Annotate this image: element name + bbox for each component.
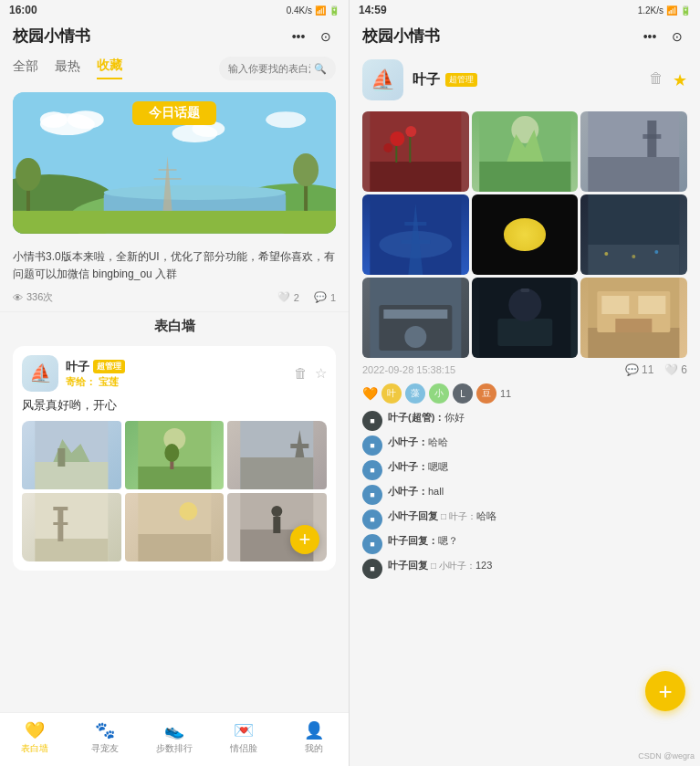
photo-grid-left: + <box>22 421 327 561</box>
search-bar[interactable]: 🔍 <box>219 57 336 80</box>
status-icons-right: 1.2K/s 📶 🔋 <box>638 5 691 16</box>
profile-actions: 🗑 ★ <box>649 70 687 90</box>
watermark: CSDN @wegra <box>638 751 695 761</box>
svg-rect-78 <box>602 296 630 314</box>
status-icons-left: 0.4K/s 📶 🔋 <box>287 5 340 16</box>
couple-icon: 💌 <box>234 720 254 740</box>
post-card-header: 叶子 超管理 寄给： 宝莲 🗑 ☆ <box>22 355 327 392</box>
comment-avatar-2: ■ <box>362 435 382 456</box>
tab-favorites[interactable]: 收藏 <box>97 58 122 79</box>
liker-avatar-3[interactable]: 小 <box>429 383 449 404</box>
app-title-left: 校园小情书 <box>13 26 90 47</box>
comment-text-1: 叶子(超管)：你好 <box>388 411 465 425</box>
comment-5: ■ 小叶子回复 □ 叶子：哈咯 <box>362 509 687 530</box>
svg-point-14 <box>16 158 41 191</box>
record-icon-right[interactable]: ⊙ <box>667 26 687 47</box>
svg-rect-56 <box>643 134 662 139</box>
svg-point-38 <box>179 502 197 520</box>
right-photo-grid <box>350 111 700 358</box>
topic-card[interactable]: 今日话题 <box>13 92 336 234</box>
tab-all[interactable]: 全部 <box>13 58 38 79</box>
wifi-icon-right: 📶 <box>666 5 677 16</box>
svg-point-3 <box>40 111 68 128</box>
svg-rect-24 <box>138 467 211 489</box>
svg-rect-72 <box>497 319 552 346</box>
record-icon-left[interactable]: ⊙ <box>316 26 336 47</box>
svg-rect-74 <box>520 289 529 292</box>
status-bar-left: 16:00 0.4K/s 📶 🔋 <box>0 0 349 20</box>
header-icons-left: ••• ⊙ <box>288 26 336 47</box>
photo-cell-6[interactable]: + <box>227 493 327 561</box>
post-stats: 👁 336次 🤍 2 💬 1 <box>0 287 349 311</box>
svg-rect-54 <box>589 157 680 192</box>
post-card: 叶子 超管理 寄给： 宝莲 🗑 ☆ 风景真好哟，开心 <box>13 346 336 571</box>
profile-name: 叶子 <box>413 71 440 89</box>
tab-hot[interactable]: 最热 <box>55 58 80 79</box>
profile-name-row: 叶子 超管理 <box>413 71 477 89</box>
more-icon-right[interactable]: ••• <box>640 26 660 47</box>
bottom-nav-left: 💛 表白墙 🐾 寻宠友 👟 步数排行 💌 情侣脸 👤 我的 <box>0 712 349 766</box>
profile-name-area: 叶子 超管理 <box>413 71 477 89</box>
nav-steps[interactable]: 👟 步数排行 <box>151 720 197 755</box>
photo-cell-3[interactable] <box>227 421 327 489</box>
liker-avatar-5[interactable]: 豆 <box>476 383 496 404</box>
right-photo-4[interactable] <box>362 194 469 275</box>
app-header-left: 校园小情书 ••• ⊙ <box>0 20 349 52</box>
nav-confess-wall[interactable]: 💛 表白墙 <box>12 720 57 755</box>
right-photo-8[interactable] <box>472 278 579 358</box>
liker-avatar-2[interactable]: 藻 <box>405 383 425 404</box>
comment-7: ■ 叶子回复 □ 小叶子：123 <box>362 559 687 579</box>
header-icons-right: ••• ⊙ <box>640 26 687 47</box>
photo-cell-2[interactable] <box>125 421 225 489</box>
like-count[interactable]: 🤍 2 <box>277 291 299 303</box>
comment-4: ■ 小叶子：hall <box>362 485 687 505</box>
likers-row: 🧡 叶 藻 小 L 豆 11 <box>350 380 700 407</box>
nav-couple[interactable]: 💌 情侣脸 <box>221 720 266 755</box>
svg-rect-79 <box>639 296 666 314</box>
comment-text-3: 小叶子：嗯嗯 <box>388 460 448 474</box>
comment-text-6: 叶子回复：嗯？ <box>388 534 458 548</box>
pet-icon: 🐾 <box>95 720 115 740</box>
battery-icon-right: 🔋 <box>680 5 691 16</box>
liker-avatar-1[interactable]: 叶 <box>381 383 402 404</box>
post-card-actions: 🗑 ☆ <box>294 365 327 382</box>
profile-star-icon[interactable]: ★ <box>673 70 687 90</box>
phone-left: 16:00 0.4K/s 📶 🔋 校园小情书 ••• ⊙ 全部 最热 收藏 🔍 … <box>0 0 350 766</box>
right-photo-1[interactable] <box>362 111 469 192</box>
right-photo-7[interactable] <box>362 278 469 358</box>
comment-icon: 💬 <box>314 291 327 303</box>
comment-stat[interactable]: 💬 11 <box>625 363 653 376</box>
fab-button-right[interactable]: + <box>645 671 685 711</box>
more-icon-left[interactable]: ••• <box>288 26 308 47</box>
right-photo-5[interactable] <box>472 194 579 275</box>
svg-rect-60 <box>404 222 426 226</box>
svg-point-46 <box>405 126 416 137</box>
liker-avatar-4[interactable]: L <box>453 383 473 404</box>
app-header-right: 校园小情书 ••• ⊙ <box>350 20 700 52</box>
topic-label: 今日话题 <box>132 101 216 125</box>
avatar-left <box>22 355 58 392</box>
right-photo-9[interactable] <box>580 278 687 358</box>
right-photo-3[interactable] <box>580 111 687 192</box>
right-photo-6[interactable] <box>580 194 687 275</box>
star-icon[interactable]: ☆ <box>315 365 327 382</box>
svg-point-47 <box>383 143 392 152</box>
search-icon: 🔍 <box>314 63 327 75</box>
profile-avatar: ⛵ <box>362 59 403 100</box>
photo-cell-5[interactable] <box>125 493 225 561</box>
like-stat[interactable]: 🤍 6 <box>664 363 687 376</box>
comment-avatar-5: ■ <box>362 509 382 530</box>
phone-right: 14:59 1.2K/s 📶 🔋 校园小情书 ••• ⊙ ⛵ 叶子 超管理 🗑 … <box>350 0 700 766</box>
delete-icon[interactable]: 🗑 <box>294 365 308 382</box>
profile-trash-icon[interactable]: 🗑 <box>649 70 663 90</box>
comment-count[interactable]: 💬 1 <box>314 291 336 303</box>
nav-pet-friends[interactable]: 🐾 寻宠友 <box>82 720 128 755</box>
post-meta-actions: 💬 11 🤍 6 <box>625 363 687 376</box>
svg-rect-29 <box>241 457 314 489</box>
nav-profile[interactable]: 👤 我的 <box>291 720 337 755</box>
comment-avatar-4: ■ <box>362 485 382 505</box>
photo-cell-4[interactable] <box>22 493 121 561</box>
right-photo-2[interactable] <box>472 111 579 192</box>
search-input[interactable] <box>228 63 310 74</box>
photo-cell-1[interactable] <box>22 421 121 489</box>
